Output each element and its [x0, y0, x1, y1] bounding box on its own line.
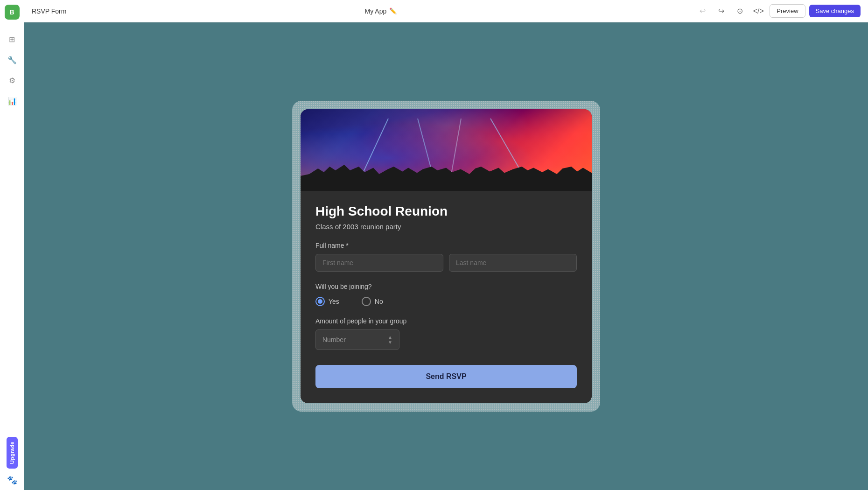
crop-button[interactable]: ⊙ — [732, 4, 747, 19]
sidebar-item-tools[interactable]: 🔧 — [4, 51, 21, 68]
form-content: High School Reunion Class of 2003 reunio… — [301, 191, 592, 403]
name-row — [315, 254, 577, 272]
radio-no[interactable]: No — [362, 297, 383, 306]
spinner-icon: ▲▼ — [388, 335, 392, 345]
topbar: RSVP Form My App ✏️ ↩ ↪ ⊙ </> Preview Sa… — [24, 0, 868, 22]
first-name-input[interactable] — [315, 254, 443, 272]
preview-button[interactable]: Preview — [770, 4, 805, 18]
send-rsvp-button[interactable]: Send RSVP — [315, 365, 577, 388]
form-title: High School Reunion — [315, 204, 577, 219]
topbar-center: My App ✏️ — [72, 7, 689, 15]
redo-button[interactable]: ↪ — [714, 4, 728, 19]
radio-yes[interactable]: Yes — [315, 297, 339, 306]
amount-label: Amount of people in your group — [315, 317, 577, 325]
app-name: My App — [365, 7, 387, 15]
last-name-input[interactable] — [449, 254, 577, 272]
full-name-label: Full name * — [315, 242, 577, 249]
device-mockup: High School Reunion Class of 2003 reunio… — [301, 109, 592, 403]
concert-image — [301, 109, 592, 191]
radio-yes-circle — [315, 297, 325, 306]
paw-icon[interactable]: 🐾 — [7, 475, 17, 485]
radio-yes-label: Yes — [329, 298, 339, 305]
radio-no-label: No — [375, 298, 383, 305]
sidebar-item-grid[interactable]: ⊞ — [4, 31, 21, 48]
frame-outer: High School Reunion Class of 2003 reunio… — [292, 101, 600, 412]
sidebar: B ⊞ 🔧 ⚙ 📊 Upgrade 🐾 — [0, 0, 24, 490]
radio-no-circle — [362, 297, 371, 306]
topbar-actions: ↩ ↪ ⊙ </> Preview Save changes — [695, 4, 861, 19]
joining-label: Will you be joining? — [315, 283, 577, 290]
canvas-area: High School Reunion Class of 2003 reunio… — [24, 22, 868, 490]
sidebar-bottom: Upgrade 🐾 — [7, 437, 18, 485]
sidebar-item-analytics[interactable]: 📊 — [4, 92, 21, 109]
radio-group: Yes No — [315, 297, 577, 306]
form-subtitle: Class of 2003 reunion party — [315, 223, 577, 231]
undo-button[interactable]: ↩ — [695, 4, 710, 19]
app-logo[interactable]: B — [5, 5, 20, 20]
number-input[interactable]: Number ▲▼ — [315, 329, 399, 350]
page-title: RSVP Form — [32, 7, 66, 15]
edit-icon[interactable]: ✏️ — [389, 7, 397, 14]
upgrade-button[interactable]: Upgrade — [7, 437, 18, 469]
sidebar-item-settings[interactable]: ⚙ — [4, 72, 21, 89]
save-button[interactable]: Save changes — [809, 5, 861, 17]
code-button[interactable]: </> — [751, 4, 766, 19]
number-placeholder: Number — [322, 336, 346, 343]
main-area: RSVP Form My App ✏️ ↩ ↪ ⊙ </> Preview Sa… — [24, 0, 868, 490]
crowd-silhouette — [301, 154, 592, 191]
